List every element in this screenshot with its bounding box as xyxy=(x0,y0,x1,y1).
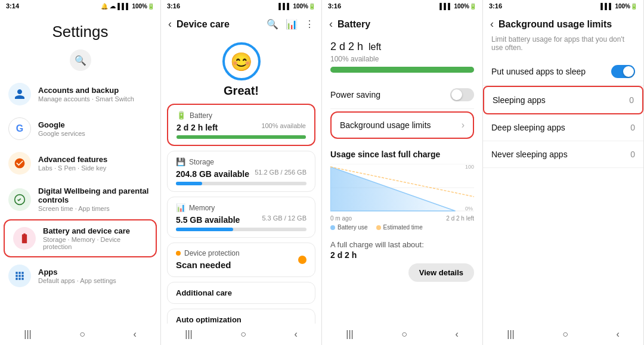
memory-progress-fill xyxy=(176,228,233,231)
sidebar-item-accounts[interactable]: Accounts and backup Manage accounts · Sm… xyxy=(0,77,160,111)
deep-sleeping-label: Deep sleeping apps xyxy=(491,123,565,132)
back-button-nav-3[interactable]: ‹ xyxy=(455,329,458,340)
never-sleeping-count: 0 xyxy=(630,150,635,159)
battery-device-icon xyxy=(13,227,36,250)
apps-sub: Default apps · App settings xyxy=(38,277,152,284)
settings-title: Settings xyxy=(52,23,109,41)
battery-card-title: Battery xyxy=(190,111,212,120)
device-care-header: ‹ Device care 🔍 📊 ⋮ xyxy=(161,12,321,33)
auto-opt-title: Auto optimization xyxy=(176,315,306,324)
back-button-nav-2[interactable]: ‹ xyxy=(294,329,297,340)
power-saving-row[interactable]: Power saving xyxy=(330,81,474,109)
sidebar-item-wellbeing[interactable]: Digital Wellbeing and parental controls … xyxy=(0,181,160,218)
sleeping-apps-row[interactable]: Sleeping apps 0 xyxy=(483,86,643,114)
nav-bar-3: ||| ○ ‹ xyxy=(322,324,482,345)
chart-x-labels: 0 m ago 2 d 2 h left xyxy=(330,215,474,222)
chart-icon[interactable]: 📊 xyxy=(286,18,298,30)
recents-button[interactable]: ||| xyxy=(24,329,31,340)
scan-dot xyxy=(298,256,306,264)
status-bar-4: 3:16 ▌▌▌ 100%🔋 xyxy=(483,0,643,12)
search-icon-2[interactable]: 🔍 xyxy=(267,18,278,30)
legend-estimated: Estimated time xyxy=(376,224,423,231)
nav-bar-4: ||| ○ ‹ xyxy=(483,324,643,345)
storage-card[interactable]: 💾 Storage 204.8 GB available 51.2 GB / 2… xyxy=(167,151,315,192)
signal-icon-4: ▌▌▌ xyxy=(600,3,613,10)
accounts-title: Accounts and backup xyxy=(38,86,152,95)
battery-icon-4: 100%🔋 xyxy=(615,3,637,10)
recents-button-4[interactable]: ||| xyxy=(507,329,514,340)
battery-icon: 100%🔋 xyxy=(132,3,154,10)
status-time-1: 3:14 xyxy=(6,2,19,10)
recents-button-2[interactable]: ||| xyxy=(185,329,192,340)
status-bar-1: 3:14 🔔 ☁ ▌▌▌ 100%🔋 xyxy=(0,0,160,12)
status-time-2: 3:16 xyxy=(167,2,180,10)
apps-icon xyxy=(8,265,31,287)
accounts-sub: Manage accounts · Smart Switch xyxy=(38,95,152,102)
unused-apps-toggle[interactable] xyxy=(611,65,635,78)
back-button-2[interactable]: ‹ xyxy=(168,18,172,30)
battery-card[interactable]: 🔋 Battery 2 d 2 h left 100% available xyxy=(167,104,315,146)
battery-progress-fill-3 xyxy=(330,67,474,73)
device-care-title: Device care xyxy=(177,19,267,30)
device-care-panel: 3:16 ▌▌▌ 100%🔋 ‹ Device care 🔍 📊 ⋮ 😊 Gre… xyxy=(161,0,322,345)
settings-search-area[interactable]: 🔍 xyxy=(0,47,160,77)
nav-bar-1: ||| ○ ‹ xyxy=(0,324,160,345)
battery-card-right: 100% available xyxy=(261,120,306,130)
storage-card-title: Storage xyxy=(189,158,214,166)
home-button-3[interactable]: ○ xyxy=(401,329,407,340)
accounts-text: Accounts and backup Manage accounts · Sm… xyxy=(38,86,152,102)
storage-card-right: 51.2 GB / 256 GB xyxy=(255,166,306,177)
bg-limits-row[interactable]: Background usage limits › xyxy=(330,111,474,139)
sidebar-item-apps[interactable]: Apps Default apps · App settings xyxy=(0,259,160,293)
power-saving-toggle[interactable] xyxy=(450,88,474,101)
battery-time-display: 2 d 2 h left xyxy=(330,33,474,55)
usage-title: Usage since last full charge xyxy=(330,150,474,159)
sidebar-item-advanced[interactable]: Advanced features Labs · S Pen · Side ke… xyxy=(0,146,160,181)
sleeping-apps-count: 0 xyxy=(629,95,634,105)
storage-card-main: 204.8 GB available xyxy=(176,169,249,179)
view-details-button[interactable]: View details xyxy=(408,263,474,282)
auto-optimization-item[interactable]: Auto optimization Restart when needed : … xyxy=(167,309,315,324)
search-button[interactable]: 🔍 xyxy=(70,49,91,71)
back-button-nav-4[interactable]: ‹ xyxy=(616,329,619,340)
settings-list: Accounts and backup Manage accounts · Sm… xyxy=(0,77,160,324)
battery-progress-wrap xyxy=(177,135,306,139)
battery-device-title: Battery and device care xyxy=(43,226,147,235)
storage-avail: 51.2 GB / 256 GB xyxy=(255,169,306,176)
status-icons-4: ▌▌▌ 100%🔋 xyxy=(600,3,637,10)
status-icons-3: ▌▌▌ 100%🔋 xyxy=(439,3,476,10)
unused-apps-toggle-row[interactable]: Put unused apps to sleep xyxy=(483,58,643,86)
legend-battery-use: Battery use xyxy=(330,224,368,231)
smiley-icon: 😊 xyxy=(222,42,261,80)
memory-card-icon: 📊 xyxy=(176,203,185,212)
back-button[interactable]: ‹ xyxy=(133,329,136,340)
usage-section: Usage since last full charge xyxy=(330,141,474,234)
bg-limits-header: ‹ Background usage limits xyxy=(483,12,643,33)
scan-needed-label: Scan needed xyxy=(176,260,231,270)
battery-panel-title: Battery xyxy=(338,19,475,30)
home-button[interactable]: ○ xyxy=(79,329,85,340)
apps-text: Apps Default apps · App settings xyxy=(38,268,152,284)
back-button-3[interactable]: ‹ xyxy=(329,18,333,30)
home-button-4[interactable]: ○ xyxy=(562,329,568,340)
sidebar-item-battery[interactable]: Battery and device care Storage · Memory… xyxy=(4,219,157,257)
additional-care-item[interactable]: Additional care xyxy=(167,282,315,304)
storage-progress-wrap xyxy=(176,182,306,185)
never-sleeping-row[interactable]: Never sleeping apps 0 xyxy=(483,141,643,168)
back-button-4[interactable]: ‹ xyxy=(490,18,494,30)
protection-card[interactable]: Device protection Scan needed xyxy=(167,243,315,277)
memory-progress-wrap xyxy=(176,228,306,231)
never-sleeping-label: Never sleeping apps xyxy=(491,150,568,159)
google-sub: Google services xyxy=(38,130,152,137)
care-cards-list: 🔋 Battery 2 d 2 h left 100% available 💾 … xyxy=(161,104,321,324)
deep-sleeping-count: 0 xyxy=(630,123,635,132)
advanced-icon xyxy=(8,152,31,175)
sidebar-item-google[interactable]: G Google Google services xyxy=(0,111,160,146)
memory-card[interactable]: 📊 Memory 5.5 GB available 5.3 GB / 12 GB xyxy=(167,197,315,238)
deep-sleeping-row[interactable]: Deep sleeping apps 0 xyxy=(483,114,643,141)
recents-button-3[interactable]: ||| xyxy=(346,329,353,340)
home-button-2[interactable]: ○ xyxy=(240,329,246,340)
additional-care-title: Additional care xyxy=(176,288,306,297)
device-care-status: Great! xyxy=(224,84,259,98)
more-icon[interactable]: ⋮ xyxy=(305,18,314,30)
